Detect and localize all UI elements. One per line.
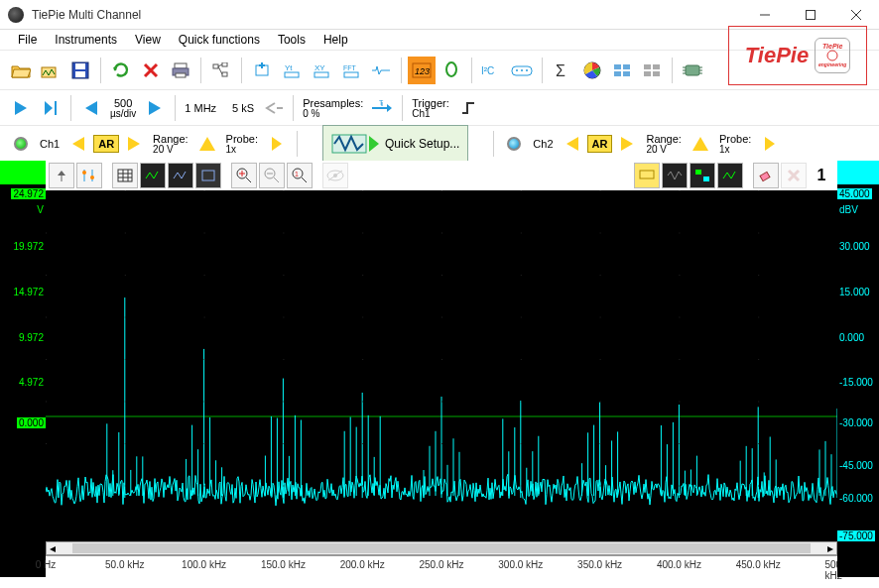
presamples-group[interactable]: Presamples: 0 % (299, 97, 367, 119)
add-fft-graph-button[interactable]: FFT (337, 57, 365, 84)
print-button[interactable] (167, 57, 194, 84)
sample-rate[interactable]: 1 MHz (181, 102, 220, 114)
sigma-button[interactable]: Σ (549, 57, 576, 84)
trigger-pos-button[interactable]: T (368, 94, 396, 122)
horizontal-scrollbar[interactable]: ◂▸ (46, 541, 837, 555)
wave-compare-icon[interactable] (662, 163, 688, 188)
logo-text: TiePie (745, 43, 809, 68)
ch2-ar[interactable]: AR (587, 135, 613, 153)
logo: TiePie TiePie engineering (728, 26, 867, 85)
chip-button[interactable] (679, 57, 706, 84)
border-icon[interactable] (195, 163, 221, 188)
svg-text:1: 1 (295, 171, 299, 177)
ch1-range-inc[interactable] (120, 130, 148, 158)
serial-button[interactable] (508, 57, 536, 84)
ch1-toggle[interactable] (7, 130, 35, 158)
quick-setup-button[interactable]: Quick Setup... (322, 125, 468, 163)
svg-point-33 (526, 69, 528, 71)
ch2-range-tri[interactable] (687, 130, 714, 158)
ch1-probe-tri[interactable] (263, 130, 291, 158)
stream-left-button[interactable] (259, 94, 287, 122)
app-title: TiePie Multi Channel (32, 8, 742, 22)
color-wheel-button[interactable] (578, 57, 606, 84)
right-axis-top-value: 45.000 (837, 188, 872, 199)
add-graph-button[interactable] (248, 57, 276, 84)
svg-rect-15 (222, 72, 227, 76)
ch2-probe-tri[interactable] (756, 130, 784, 158)
app-icon (8, 7, 24, 23)
ch1-range-group[interactable]: Range: 20 V (149, 133, 191, 155)
zoom-out-icon[interactable] (259, 163, 285, 188)
menu-help[interactable]: Help (315, 31, 356, 49)
object-tree-button[interactable] (207, 57, 235, 84)
menu-tools[interactable]: Tools (270, 31, 314, 49)
run-button[interactable] (7, 94, 35, 122)
delete-button[interactable] (137, 57, 165, 84)
clear-icon[interactable] (781, 163, 807, 188)
ch1-range-tri[interactable] (193, 130, 221, 158)
grid-mode-icon[interactable] (112, 163, 138, 188)
svg-rect-13 (213, 64, 218, 68)
reload-button[interactable] (107, 57, 135, 84)
svg-point-60 (82, 171, 86, 175)
add-xy-graph-button[interactable]: XY (308, 57, 335, 84)
zoom-reset-icon[interactable]: 1 (287, 163, 313, 188)
ch1-probe-group[interactable]: Probe: 1x (222, 133, 262, 155)
signal-button[interactable] (367, 57, 395, 84)
menu-quick-functions[interactable]: Quick functions (171, 31, 268, 49)
eraser-icon[interactable] (753, 163, 779, 188)
left-axis-top-value: 24.972 (11, 188, 46, 199)
x-axis[interactable]: 0 Hz50.0 kHz100.0 kHz150.0 kHz200.0 kHz2… (46, 555, 837, 577)
menu-view[interactable]: View (127, 31, 169, 49)
svg-rect-12 (176, 73, 186, 77)
menu-file[interactable]: File (10, 31, 45, 49)
graph-number-badge: 1 (809, 163, 834, 188)
trigger-group[interactable]: Trigger: Ch1 (408, 97, 453, 119)
ch2-range-dec[interactable] (559, 130, 586, 158)
cursor-pair-icon[interactable] (76, 163, 102, 188)
ch2-toggle[interactable] (500, 130, 528, 158)
ch2-range-inc[interactable] (613, 130, 641, 158)
ch1-range-dec[interactable] (64, 130, 92, 158)
plot-canvas[interactable] (46, 190, 837, 541)
ch-select-icon[interactable] (690, 163, 715, 188)
ch1-label[interactable]: Ch1 (36, 138, 63, 150)
svg-rect-81 (640, 171, 654, 178)
logo-badge: TiePie engineering (815, 38, 850, 73)
i2c-button[interactable]: I²C (478, 57, 506, 84)
theme-dark-icon[interactable] (140, 163, 166, 188)
zoom-in-icon[interactable] (231, 163, 257, 188)
left-tick: 14.972 (2, 287, 44, 297)
timebase-inc-button[interactable] (141, 94, 169, 122)
visibility-icon[interactable] (322, 163, 348, 188)
theme-light-icon[interactable] (168, 163, 193, 188)
right-axis-unit: dBV (839, 204, 858, 215)
menu-instruments[interactable]: Instruments (47, 31, 125, 49)
comment-icon[interactable] (634, 163, 660, 188)
timebase-dec-button[interactable] (77, 94, 105, 122)
cursor-button[interactable] (438, 57, 465, 84)
wave-green-icon[interactable] (717, 163, 743, 188)
record-length[interactable]: 5 kS (228, 102, 258, 114)
svg-rect-22 (285, 72, 299, 77)
left-y-axis[interactable]: 24.972 V 19.97214.9729.9724.972 0.000 (0, 161, 46, 577)
open-button[interactable] (7, 57, 35, 84)
svg-rect-44 (686, 65, 699, 75)
right-y-axis[interactable]: 45.000 dBV 30.00015.0000.000-15.000-30.0… (837, 161, 879, 577)
grid2-button[interactable] (638, 57, 666, 84)
ch2-range-group[interactable]: Range: 20 V (642, 133, 685, 155)
svg-line-73 (274, 177, 279, 182)
ch2-label[interactable]: Ch2 (529, 138, 557, 150)
ch2-probe-group[interactable]: Probe: 1x (715, 133, 755, 155)
grid1-button[interactable] (608, 57, 636, 84)
ch1-ar[interactable]: AR (93, 135, 119, 153)
save-button[interactable] (66, 57, 94, 84)
right-tick: 15.000 (839, 287, 870, 297)
meter-button[interactable]: 123 (408, 57, 436, 84)
single-button[interactable] (37, 94, 64, 122)
add-yt-graph-button[interactable]: Yt (278, 57, 306, 84)
timebase-label[interactable]: 500 µs/div (106, 97, 140, 119)
open-measure-button[interactable] (37, 57, 64, 84)
axis-up-icon[interactable] (49, 163, 74, 188)
trigger-edge-button[interactable] (454, 94, 482, 122)
